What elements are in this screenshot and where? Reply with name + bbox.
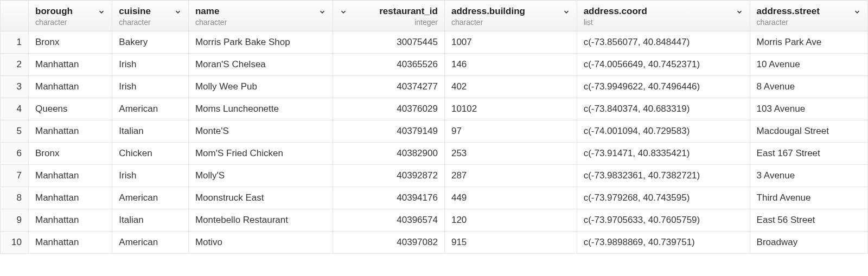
table-body: 1BronxBakeryMorris Park Bake Shop3007544… (1, 31, 868, 254)
cell-street[interactable]: 103 Avenue (750, 98, 867, 120)
cell-street[interactable]: Morris Park Ave (750, 31, 867, 54)
cell-name[interactable]: Molly'S (188, 165, 333, 187)
chevron-down-icon[interactable] (853, 8, 861, 16)
cell-restaurant_id[interactable]: 30075445 (333, 31, 444, 54)
column-header-borough[interactable]: borough character (29, 1, 112, 31)
cell-cuisine[interactable]: American (112, 232, 189, 254)
table-row[interactable]: 5ManhattanItalianMonte'S4037914997c(-74.… (1, 120, 868, 143)
cell-borough[interactable]: Manhattan (29, 165, 112, 187)
data-table: borough character cuisine character (0, 0, 868, 254)
cell-building[interactable]: 253 (444, 143, 577, 165)
table-row[interactable]: 8ManhattanAmericanMoonstruck East4039417… (1, 187, 868, 209)
cell-borough[interactable]: Manhattan (29, 209, 112, 232)
cell-cuisine[interactable]: Irish (112, 76, 189, 98)
table-row[interactable]: 1BronxBakeryMorris Park Bake Shop3007544… (1, 31, 868, 54)
cell-name[interactable]: Morris Park Bake Shop (188, 31, 333, 54)
cell-cuisine[interactable]: Chicken (112, 143, 189, 165)
cell-building[interactable]: 97 (444, 120, 577, 143)
cell-restaurant_id[interactable]: 40396574 (333, 209, 444, 232)
cell-borough[interactable]: Queens (29, 98, 112, 120)
table-row[interactable]: 4QueensAmericanMoms Luncheonette40376029… (1, 98, 868, 120)
cell-coord[interactable]: c(-73.9832361, 40.7382721) (577, 165, 750, 187)
cell-restaurant_id[interactable]: 40394176 (333, 187, 444, 209)
cell-name[interactable]: Mom'S Fried Chicken (188, 143, 333, 165)
cell-building[interactable]: 146 (444, 54, 577, 76)
chevron-down-icon[interactable] (318, 8, 326, 16)
table-row[interactable]: 9ManhattanItalianMontebello Restaurant40… (1, 209, 868, 232)
cell-cuisine[interactable]: Bakery (112, 31, 189, 54)
cell-street[interactable]: Macdougal Street (750, 120, 867, 143)
cell-coord[interactable]: c(-74.0056649, 40.7452371) (577, 54, 750, 76)
cell-coord[interactable]: c(-74.001094, 40.729583) (577, 120, 750, 143)
chevron-down-icon[interactable] (340, 8, 347, 16)
cell-cuisine[interactable]: Irish (112, 54, 189, 76)
cell-borough[interactable]: Manhattan (29, 76, 112, 98)
cell-restaurant_id[interactable]: 40379149 (333, 120, 444, 143)
cell-cuisine[interactable]: Italian (112, 120, 189, 143)
cell-name[interactable]: Moms Luncheonette (188, 98, 333, 120)
cell-coord[interactable]: c(-73.9705633, 40.7605759) (577, 209, 750, 232)
cell-restaurant_id[interactable]: 40365526 (333, 54, 444, 76)
column-header-address-coord[interactable]: address.coord list (577, 1, 750, 31)
cell-building[interactable]: 402 (444, 76, 577, 98)
cell-street[interactable]: Broadway (750, 232, 867, 254)
cell-coord[interactable]: c(-73.9898869, 40.739751) (577, 232, 750, 254)
cell-name[interactable]: Motivo (188, 232, 333, 254)
cell-name[interactable]: Molly Wee Pub (188, 76, 333, 98)
row-number: 2 (1, 54, 29, 76)
chevron-down-icon[interactable] (98, 8, 105, 16)
cell-building[interactable]: 287 (444, 165, 577, 187)
chevron-down-icon[interactable] (174, 8, 182, 16)
cell-coord[interactable]: c(-73.856077, 40.848447) (577, 31, 750, 54)
column-name: name (195, 6, 227, 17)
chevron-down-icon[interactable] (563, 8, 570, 16)
column-header-address-building[interactable]: address.building character (444, 1, 577, 31)
column-type: character (195, 18, 227, 27)
cell-cuisine[interactable]: American (112, 187, 189, 209)
cell-street[interactable]: 10 Avenue (750, 54, 867, 76)
cell-borough[interactable]: Manhattan (29, 54, 112, 76)
cell-street[interactable]: 3 Avenue (750, 165, 867, 187)
table-row[interactable]: 10ManhattanAmericanMotivo40397082915c(-7… (1, 232, 868, 254)
cell-borough[interactable]: Manhattan (29, 232, 112, 254)
cell-building[interactable]: 915 (444, 232, 577, 254)
cell-coord[interactable]: c(-73.979268, 40.743595) (577, 187, 750, 209)
cell-borough[interactable]: Bronx (29, 143, 112, 165)
cell-borough[interactable]: Manhattan (29, 120, 112, 143)
cell-street[interactable]: East 167 Street (750, 143, 867, 165)
cell-name[interactable]: Monte'S (188, 120, 333, 143)
table-row[interactable]: 2ManhattanIrishMoran'S Chelsea4036552614… (1, 54, 868, 76)
column-header-name[interactable]: name character (188, 1, 333, 31)
cell-name[interactable]: Moonstruck East (188, 187, 333, 209)
cell-cuisine[interactable]: Italian (112, 209, 189, 232)
cell-coord[interactable]: c(-73.840374, 40.683319) (577, 98, 750, 120)
cell-cuisine[interactable]: American (112, 98, 189, 120)
cell-coord[interactable]: c(-73.9949622, 40.7496446) (577, 76, 750, 98)
cell-street[interactable]: 8 Avenue (750, 76, 867, 98)
cell-building[interactable]: 10102 (444, 98, 577, 120)
cell-name[interactable]: Moran'S Chelsea (188, 54, 333, 76)
cell-street[interactable]: Third Avenue (750, 187, 867, 209)
column-header-cuisine[interactable]: cuisine character (112, 1, 189, 31)
cell-restaurant_id[interactable]: 40392872 (333, 165, 444, 187)
column-header-address-street[interactable]: address.street character (750, 1, 867, 31)
cell-restaurant_id[interactable]: 40376029 (333, 98, 444, 120)
cell-cuisine[interactable]: Irish (112, 165, 189, 187)
column-header-restaurant-id[interactable]: restaurant_id integer (333, 1, 444, 31)
cell-borough[interactable]: Bronx (29, 31, 112, 54)
cell-building[interactable]: 120 (444, 209, 577, 232)
cell-restaurant_id[interactable]: 40374277 (333, 76, 444, 98)
chevron-down-icon[interactable] (736, 8, 743, 16)
cell-borough[interactable]: Manhattan (29, 187, 112, 209)
cell-coord[interactable]: c(-73.91471, 40.8335421) (577, 143, 750, 165)
cell-name[interactable]: Montebello Restaurant (188, 209, 333, 232)
cell-restaurant_id[interactable]: 40382900 (333, 143, 444, 165)
row-number: 9 (1, 209, 29, 232)
table-row[interactable]: 6BronxChickenMom'S Fried Chicken40382900… (1, 143, 868, 165)
cell-restaurant_id[interactable]: 40397082 (333, 232, 444, 254)
table-row[interactable]: 7ManhattanIrishMolly'S40392872287c(-73.9… (1, 165, 868, 187)
cell-building[interactable]: 1007 (444, 31, 577, 54)
cell-street[interactable]: East 56 Street (750, 209, 867, 232)
cell-building[interactable]: 449 (444, 187, 577, 209)
table-row[interactable]: 3ManhattanIrishMolly Wee Pub40374277402c… (1, 76, 868, 98)
